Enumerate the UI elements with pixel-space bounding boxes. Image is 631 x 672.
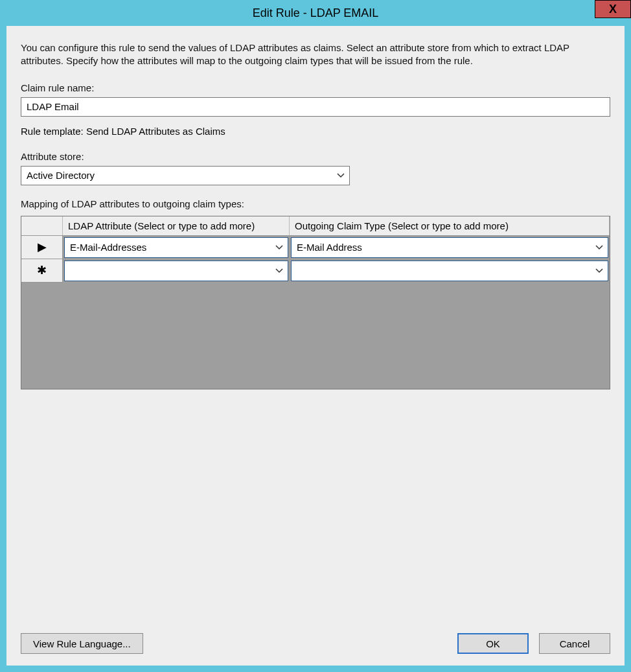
claim-type-combobox[interactable]: E-Mail Address bbox=[291, 237, 608, 258]
new-row-icon: ✱ bbox=[37, 263, 47, 277]
current-row-icon: ▶ bbox=[38, 240, 47, 254]
chevron-down-icon bbox=[595, 266, 604, 275]
ok-button[interactable]: OK bbox=[457, 633, 529, 654]
edit-rule-window: Edit Rule - LDAP EMAIL X You can configu… bbox=[0, 0, 631, 672]
dialog-footer: View Rule Language... OK Cancel bbox=[21, 627, 610, 654]
grid-header-row: LDAP Attribute (Select or type to add mo… bbox=[21, 216, 610, 236]
chevron-down-icon bbox=[275, 243, 284, 252]
claim-rule-name-label: Claim rule name: bbox=[21, 82, 610, 93]
chevron-down-icon bbox=[275, 266, 284, 275]
row-marker[interactable]: ✱ bbox=[21, 259, 63, 283]
rule-template-prefix: Rule template: bbox=[21, 126, 86, 137]
spacer bbox=[21, 389, 610, 627]
chevron-down-icon bbox=[336, 171, 345, 180]
claim-rule-name-input[interactable] bbox=[21, 97, 610, 117]
close-button[interactable]: X bbox=[595, 0, 631, 18]
close-icon: X bbox=[609, 3, 617, 16]
dialog-content: You can configure this rule to send the … bbox=[6, 26, 625, 666]
chevron-down-icon bbox=[595, 243, 604, 252]
window-title: Edit Rule - LDAP EMAIL bbox=[253, 6, 379, 20]
ldap-attr-value: E-Mail-Addresses bbox=[70, 242, 146, 253]
grid-header-rowselect bbox=[21, 216, 63, 235]
mapping-grid: LDAP Attribute (Select or type to add mo… bbox=[21, 216, 610, 389]
attribute-store-combobox[interactable]: Active Directory bbox=[21, 166, 350, 185]
grid-body: ▶ E-Mail-Addresses E-Mail Address bbox=[21, 236, 610, 283]
mapping-label: Mapping of LDAP attributes to outgoing c… bbox=[21, 198, 610, 209]
ldap-attr-combobox[interactable]: E-Mail-Addresses bbox=[64, 237, 288, 258]
claim-type-value: E-Mail Address bbox=[297, 242, 362, 253]
view-rule-language-button[interactable]: View Rule Language... bbox=[21, 633, 143, 654]
table-row: ✱ bbox=[21, 259, 610, 283]
description-text: You can configure this rule to send the … bbox=[21, 41, 610, 68]
grid-header-ldap-attr: LDAP Attribute (Select or type to add mo… bbox=[63, 216, 290, 235]
titlebar: Edit Rule - LDAP EMAIL X bbox=[0, 0, 631, 26]
ldap-attr-combobox[interactable] bbox=[64, 261, 288, 281]
claim-type-combobox[interactable] bbox=[291, 261, 608, 281]
row-marker[interactable]: ▶ bbox=[21, 236, 63, 259]
grid-header-claim-type: Outgoing Claim Type (Select or type to a… bbox=[290, 216, 610, 235]
table-row: ▶ E-Mail-Addresses E-Mail Address bbox=[21, 236, 610, 259]
rule-template-text: Rule template: Send LDAP Attributes as C… bbox=[21, 126, 610, 137]
rule-template-value: Send LDAP Attributes as Claims bbox=[86, 126, 225, 137]
attribute-store-value: Active Directory bbox=[27, 170, 95, 181]
cancel-button[interactable]: Cancel bbox=[539, 633, 610, 654]
attribute-store-label: Attribute store: bbox=[21, 151, 610, 162]
